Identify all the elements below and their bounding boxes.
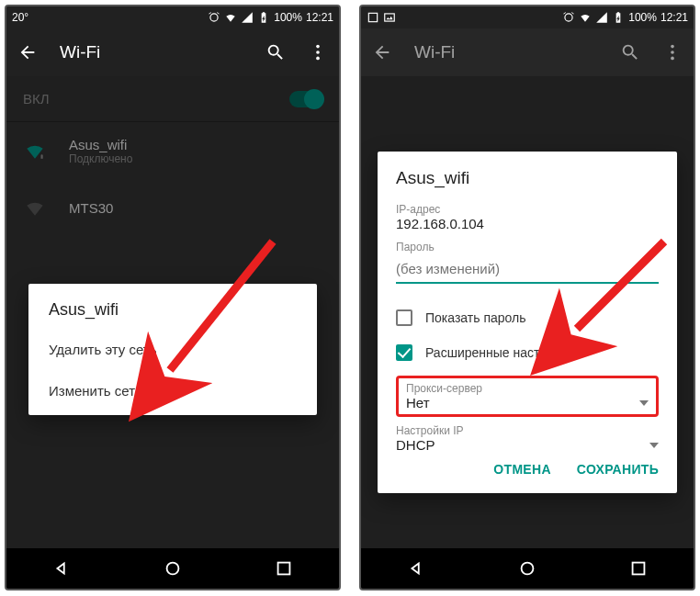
nav-back[interactable] (361, 558, 472, 579)
overflow-icon[interactable] (308, 42, 328, 62)
svg-point-4 (167, 563, 179, 575)
battery-icon (612, 11, 625, 24)
svg-rect-5 (277, 563, 289, 575)
wifi-icon (579, 11, 592, 24)
svg-point-10 (671, 57, 674, 61)
nav-home[interactable] (472, 558, 583, 579)
proxy-highlight-box: Прокси-сервер Нет (396, 376, 659, 417)
ip-settings-dropdown[interactable]: DHCP (396, 437, 659, 453)
back-icon[interactable] (372, 42, 392, 62)
password-field[interactable] (396, 255, 659, 284)
clock: 12:21 (660, 11, 688, 24)
battery-pct: 100% (274, 11, 302, 24)
search-icon[interactable] (620, 42, 640, 62)
battery-icon (257, 11, 270, 24)
app-bar: Wi-Fi (361, 28, 694, 76)
svg-point-0 (316, 45, 320, 49)
nav-recent[interactable] (228, 558, 339, 579)
svg-rect-7 (385, 14, 395, 21)
ip-value: 192.168.0.104 (396, 216, 659, 231)
show-password-row[interactable]: Показать пароль (396, 309, 659, 326)
wifi-icon (224, 11, 237, 24)
page-title: Wi-Fi (414, 42, 455, 62)
svg-point-12 (522, 563, 534, 575)
proxy-label: Прокси-сервер (406, 382, 649, 395)
password-label: Пароль (396, 241, 659, 253)
nav-recent[interactable] (582, 558, 694, 579)
network-config-dialog: Asus_wifi IP-адрес 192.168.0.104 Пароль … (378, 152, 677, 493)
cancel-button[interactable]: ОТМЕНА (493, 462, 550, 477)
show-password-label: Показать пароль (425, 310, 526, 325)
proxy-dropdown[interactable]: Нет (406, 395, 649, 410)
modify-network-item[interactable]: Изменить сеть (28, 370, 317, 411)
alarm-icon (208, 11, 220, 24)
ip-settings-row: Настройки IP DHCP (396, 424, 659, 453)
checkbox-icon (396, 344, 412, 361)
content-area: ВКЛ Asus_wifi Подключено MTS30 Asus_wifi… (6, 76, 339, 548)
status-bar: 20° 100% 12:21 (6, 6, 339, 28)
dialog-actions: ОТМЕНА СОХРАНИТЬ (396, 453, 659, 486)
battery-pct: 100% (628, 11, 657, 24)
dialog-title: Asus_wifi (396, 168, 659, 188)
svg-point-1 (316, 51, 320, 54)
content-area: Asus_wifi IP-адрес 192.168.0.104 Пароль … (361, 76, 694, 548)
advanced-options-row[interactable]: Расширенные настройки (396, 344, 659, 361)
screenshot-icon (367, 11, 379, 24)
nav-home[interactable] (118, 558, 229, 579)
save-button[interactable]: СОХРАНИТЬ (577, 462, 659, 477)
svg-point-2 (316, 57, 320, 61)
svg-rect-6 (368, 13, 377, 21)
navigation-bar (361, 548, 694, 589)
advanced-options-label: Расширенные настройки (425, 345, 574, 360)
chevron-down-icon (649, 443, 659, 448)
page-title: Wi-Fi (60, 42, 100, 62)
back-icon[interactable] (17, 42, 38, 62)
app-bar: Wi-Fi (6, 28, 339, 76)
nav-back[interactable] (6, 558, 118, 579)
svg-rect-13 (632, 563, 644, 575)
ip-label: IP-адрес (396, 203, 659, 216)
ip-settings-value: DHCP (396, 437, 435, 453)
search-icon[interactable] (265, 42, 286, 62)
overflow-icon[interactable] (662, 42, 683, 62)
proxy-value: Нет (406, 395, 430, 410)
navigation-bar (6, 548, 339, 589)
phone-right: 100% 12:21 Wi-Fi Asus_wifi IP-адрес 192.… (359, 5, 695, 590)
alarm-icon (562, 11, 575, 24)
checkbox-icon (396, 309, 412, 326)
svg-point-9 (671, 51, 674, 54)
context-dialog: Asus_wifi Удалить эту сеть Изменить сеть (28, 284, 317, 415)
dialog-title: Asus_wifi (28, 300, 317, 329)
svg-point-8 (671, 45, 674, 49)
phone-left: 20° 100% 12:21 Wi-Fi ВКЛ Asus_wifi Подкл… (5, 5, 341, 590)
ip-settings-label: Настройки IP (396, 424, 659, 437)
signal-icon (595, 11, 608, 24)
forget-network-item[interactable]: Удалить эту сеть (28, 329, 317, 370)
chevron-down-icon (639, 400, 649, 406)
status-bar: 100% 12:21 (361, 6, 694, 28)
image-icon (383, 11, 396, 24)
signal-icon (241, 11, 254, 24)
clock: 12:21 (306, 11, 333, 24)
temperature: 20° (12, 11, 28, 24)
